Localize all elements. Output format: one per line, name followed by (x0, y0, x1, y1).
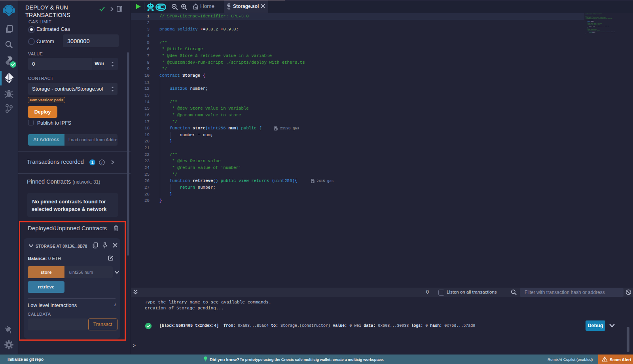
svg-text:i: i (101, 161, 102, 165)
